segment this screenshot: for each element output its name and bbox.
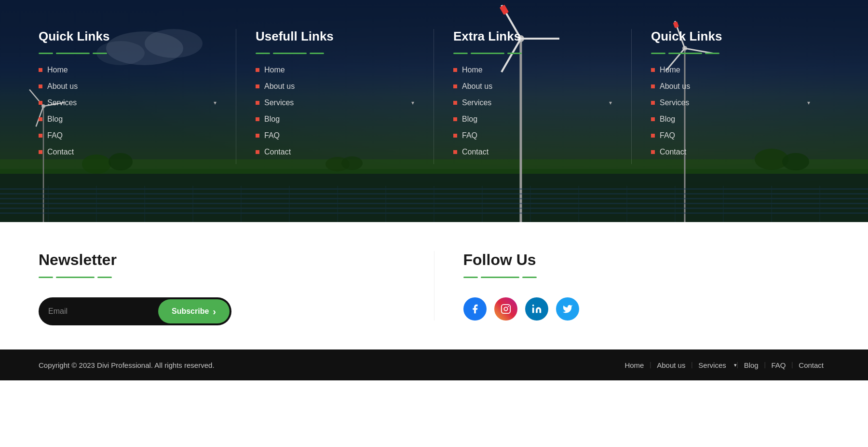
div-short xyxy=(39,53,53,54)
nav-link-about-us[interactable]: About us xyxy=(264,82,414,91)
list-item: Home xyxy=(453,66,612,74)
nav-link-services[interactable]: Services xyxy=(462,98,604,107)
div-short xyxy=(453,53,468,54)
nav-link-about-us[interactable]: About us xyxy=(660,82,810,91)
col-title-2: Usefull Links xyxy=(256,29,414,44)
dropdown-arrow-icon: ▾ xyxy=(411,99,414,107)
nav-link-contact[interactable]: Contact xyxy=(660,148,810,156)
list-item: Services▾ xyxy=(39,98,217,107)
div-long xyxy=(56,53,90,54)
div-short xyxy=(651,53,665,54)
nav-bullet-icon xyxy=(453,134,457,138)
dropdown-arrow-icon: ▾ xyxy=(609,99,612,107)
title-divider-4 xyxy=(651,53,810,54)
nav-bullet-icon xyxy=(651,117,655,121)
links-column-1: Quick LinksHomeAbout usServices▾BlogFAQC… xyxy=(39,29,236,164)
nav-link-home[interactable]: Home xyxy=(47,66,217,74)
nav-link-blog[interactable]: Blog xyxy=(47,115,217,124)
nav-bullet-icon xyxy=(256,84,259,88)
list-item: Home xyxy=(256,66,414,74)
bottom-nav-link-services[interactable]: Services xyxy=(692,361,732,369)
title-divider-3 xyxy=(453,53,612,54)
col-title-4: Quick Links xyxy=(651,29,810,44)
col-title-3: Extra Links xyxy=(453,29,612,44)
bottom-bar: Copyright © 2023 Divi Professional. All … xyxy=(0,349,868,380)
list-item: Blog xyxy=(39,115,217,124)
nav-link-contact[interactable]: Contact xyxy=(462,148,612,156)
svg-point-55 xyxy=(532,305,534,307)
nav-link-faq[interactable]: FAQ xyxy=(47,131,217,140)
nav-link-services[interactable]: Services xyxy=(660,98,802,107)
list-item: Services▾ xyxy=(256,98,414,107)
nav-link-services[interactable]: Services xyxy=(264,98,407,107)
list-item: About us xyxy=(453,82,612,91)
nav-list-3: HomeAbout usServices▾BlogFAQContact xyxy=(453,66,612,156)
nav-bullet-icon xyxy=(453,84,457,88)
twitter-icon[interactable] xyxy=(556,297,579,321)
bottom-nav-link-about-us[interactable]: About us xyxy=(651,361,691,369)
facebook-icon[interactable] xyxy=(463,297,487,321)
nav-list-4: HomeAbout usServices▾BlogFAQContact xyxy=(651,66,810,156)
nav-link-blog[interactable]: Blog xyxy=(462,115,612,124)
instagram-icon[interactable] xyxy=(494,297,517,321)
follow-divider-long xyxy=(481,277,519,278)
email-input[interactable] xyxy=(39,307,156,316)
bottom-nav-link-home[interactable]: Home xyxy=(619,361,650,369)
nav-link-home[interactable]: Home xyxy=(462,66,612,74)
follow-column: Follow Us xyxy=(434,251,830,321)
nav-link-home[interactable]: Home xyxy=(264,66,414,74)
nav-link-about-us[interactable]: About us xyxy=(462,82,612,91)
bottom-nav-link-faq[interactable]: FAQ xyxy=(765,361,791,369)
div-short-2 xyxy=(705,53,719,54)
nav-bullet-icon xyxy=(39,68,42,72)
nav-link-blog[interactable]: Blog xyxy=(660,115,810,124)
nav-bullet-icon xyxy=(256,101,259,105)
nav-link-contact[interactable]: Contact xyxy=(47,148,217,156)
title-divider-1 xyxy=(39,53,217,54)
nav-bullet-icon xyxy=(651,150,655,154)
follow-divider-short-2 xyxy=(522,277,537,278)
list-item: Contact xyxy=(39,148,217,156)
list-item: Services▾ xyxy=(453,98,612,107)
svg-point-53 xyxy=(504,307,507,310)
title-divider-2 xyxy=(256,53,414,54)
nav-link-blog[interactable]: Blog xyxy=(264,115,414,124)
nav-link-services[interactable]: Services xyxy=(47,98,209,107)
bottom-nav-link-contact[interactable]: Contact xyxy=(793,361,829,369)
col-title-1: Quick Links xyxy=(39,29,217,44)
linkedin-icon[interactable] xyxy=(525,297,548,321)
div-long xyxy=(471,53,504,54)
links-column-2: Usefull LinksHomeAbout usServices▾BlogFA… xyxy=(236,29,434,164)
subscribe-button[interactable]: Subscribe › xyxy=(158,299,230,323)
subscribe-label: Subscribe xyxy=(172,307,209,316)
bottom-nav-item: About us xyxy=(651,361,691,369)
nav-link-faq[interactable]: FAQ xyxy=(660,131,810,140)
list-item: Contact xyxy=(453,148,612,156)
divider-long xyxy=(56,277,95,278)
newsletter-column: Newsletter Subscribe › xyxy=(39,251,434,325)
bottom-nav-link-blog[interactable]: Blog xyxy=(738,361,764,369)
bottom-nav-item: Contact xyxy=(793,361,829,369)
bottom-nav-item: FAQ xyxy=(765,361,791,369)
div-short-2 xyxy=(310,53,324,54)
links-column-3: Extra LinksHomeAbout usServices▾BlogFAQC… xyxy=(434,29,632,164)
nav-bullet-icon xyxy=(651,134,655,138)
nav-list-1: HomeAbout usServices▾BlogFAQContact xyxy=(39,66,217,156)
nav-bullet-icon xyxy=(256,134,259,138)
list-item: Home xyxy=(39,66,217,74)
divider-short-2 xyxy=(97,277,112,278)
list-item: About us xyxy=(256,82,414,91)
nav-link-faq[interactable]: FAQ xyxy=(462,131,612,140)
list-item: Blog xyxy=(651,115,810,124)
nav-bullet-icon xyxy=(256,68,259,72)
list-item: FAQ xyxy=(453,131,612,140)
copyright-text: Copyright © 2023 Divi Professional. All … xyxy=(39,361,215,369)
list-item: Contact xyxy=(256,148,414,156)
nav-link-home[interactable]: Home xyxy=(660,66,810,74)
nav-link-contact[interactable]: Contact xyxy=(264,148,414,156)
nav-bullet-icon xyxy=(453,117,457,121)
nav-bullet-icon xyxy=(39,101,42,105)
divider-short xyxy=(39,277,53,278)
nav-link-about-us[interactable]: About us xyxy=(47,82,217,91)
nav-link-faq[interactable]: FAQ xyxy=(264,131,414,140)
